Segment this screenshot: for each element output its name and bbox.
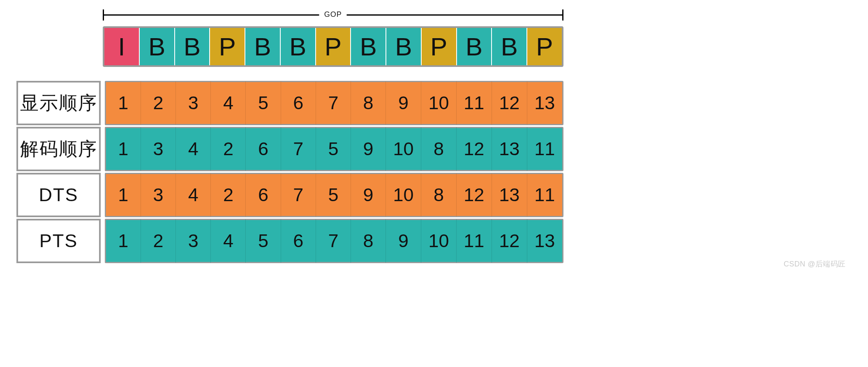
cell: 10 [386,127,421,171]
cell: 7 [316,81,351,125]
cell: 9 [386,81,421,125]
cell: 11 [456,81,492,125]
cell: 6 [281,219,316,263]
cell: 3 [175,219,210,263]
cell: 6 [245,127,280,171]
cell: 4 [175,127,210,171]
cell: 8 [421,173,456,217]
cell: 4 [210,81,245,125]
cell: 10 [386,173,421,217]
frame-p: P [209,28,245,65]
cell: 9 [386,219,421,263]
cell: 5 [316,127,351,171]
cell: 8 [421,127,456,171]
gop-label: GOP [319,10,347,19]
frame-p: P [526,28,562,65]
frame-b: B [174,28,210,65]
cell: 11 [456,219,492,263]
cell: 3 [141,173,175,217]
frame-p: P [315,28,351,65]
cell: 9 [351,173,386,217]
cell: 10 [421,81,456,125]
cell: 11 [527,173,563,217]
cell: 2 [141,81,175,125]
cell: 4 [175,173,210,217]
frame-i: I [104,28,139,65]
cell: 13 [492,127,527,171]
frame-b: B [386,28,421,65]
cell: 7 [281,173,316,217]
cell: 12 [456,127,492,171]
cell: 11 [527,127,563,171]
cell: 2 [141,219,175,263]
row-header-pts: PTS [16,219,101,263]
cell: 3 [175,81,210,125]
cell: 1 [105,127,141,171]
cell: 12 [492,219,527,263]
cell: 5 [245,81,280,125]
cell: 1 [105,219,141,263]
cell: 12 [492,81,527,125]
cell: 13 [492,173,527,217]
gop-bracket: GOP [103,8,563,21]
cell: 7 [281,127,316,171]
frame-b: B [139,28,174,65]
cell: 4 [210,219,245,263]
cell: 2 [210,173,245,217]
frame-b: B [456,28,492,65]
cell: 12 [456,173,492,217]
cell: 1 [105,81,141,125]
cell: 1 [105,173,141,217]
frame-b: B [280,28,315,65]
cell: 6 [281,81,316,125]
watermark: CSDN @后端码匠 [784,259,846,269]
cell: 5 [245,219,280,263]
row-decode_order: 解码顺序13426759108121311 [16,127,563,171]
frame-p: P [421,28,456,65]
cell: 8 [351,219,386,263]
row-dts: DTS13426759108121311 [16,173,563,217]
frame-b: B [245,28,280,65]
frame-b: B [350,28,386,65]
cell: 3 [141,127,175,171]
row-header-decode_order: 解码顺序 [16,127,101,171]
cell: 2 [210,127,245,171]
frame-row: IBBPBBPBBPBBP [103,26,563,67]
cell: 10 [421,219,456,263]
row-display_order: 显示顺序12345678910111213 [16,81,563,125]
cell: 13 [527,81,563,125]
cell: 9 [351,127,386,171]
order-table: 显示顺序12345678910111213解码顺序134267591081213… [16,81,563,263]
cell: 7 [316,219,351,263]
gop-section: GOP IBBPBBPBBPBBP [103,8,563,67]
row-header-display_order: 显示顺序 [16,81,101,125]
row-pts: PTS12345678910111213 [16,219,563,263]
cell: 8 [351,81,386,125]
cell: 6 [245,173,280,217]
frame-b: B [491,28,526,65]
row-header-dts: DTS [16,173,101,217]
cell: 5 [316,173,351,217]
cell: 13 [527,219,563,263]
